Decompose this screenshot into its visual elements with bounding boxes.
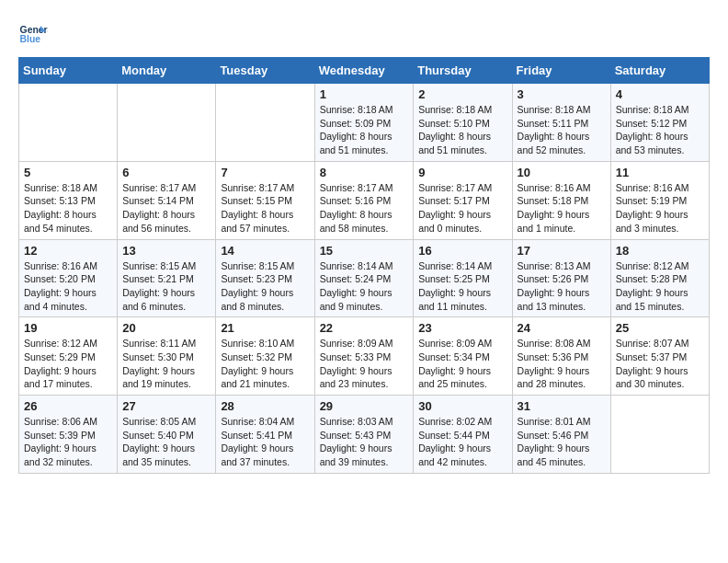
day-info: Sunrise: 8:03 AM Sunset: 5:43 PM Dayligh… [320, 415, 409, 469]
calendar-week-row: 26Sunrise: 8:06 AM Sunset: 5:39 PM Dayli… [19, 396, 710, 474]
day-number: 10 [518, 166, 606, 179]
calendar-cell: 9Sunrise: 8:17 AM Sunset: 5:17 PM Daylig… [414, 161, 512, 239]
day-info: Sunrise: 8:12 AM Sunset: 5:29 PM Dayligh… [24, 337, 112, 391]
calendar-cell: 17Sunrise: 8:13 AM Sunset: 5:26 PM Dayli… [512, 239, 610, 317]
day-number: 13 [122, 244, 210, 258]
day-number: 29 [320, 399, 409, 413]
calendar-cell: 10Sunrise: 8:16 AM Sunset: 5:18 PM Dayli… [512, 161, 610, 239]
weekday-header: Saturday [610, 58, 709, 84]
day-number: 23 [418, 321, 506, 335]
weekday-header: Thursday [414, 58, 512, 84]
calendar-week-row: 5Sunrise: 8:18 AM Sunset: 5:13 PM Daylig… [19, 161, 710, 239]
day-info: Sunrise: 8:05 AM Sunset: 5:40 PM Dayligh… [122, 415, 210, 469]
weekday-header: Monday [118, 58, 216, 84]
day-number: 8 [320, 166, 409, 179]
day-info: Sunrise: 8:12 AM Sunset: 5:28 PM Dayligh… [616, 259, 704, 314]
calendar-cell: 22Sunrise: 8:09 AM Sunset: 5:33 PM Dayli… [314, 317, 414, 396]
calendar-cell: 14Sunrise: 8:15 AM Sunset: 5:23 PM Dayli… [216, 239, 314, 317]
calendar-cell: 26Sunrise: 8:06 AM Sunset: 5:39 PM Dayli… [19, 396, 118, 474]
day-info: Sunrise: 8:17 AM Sunset: 5:17 PM Dayligh… [418, 181, 506, 236]
calendar-cell: 8Sunrise: 8:17 AM Sunset: 5:16 PM Daylig… [314, 161, 414, 239]
day-number: 15 [320, 244, 409, 258]
calendar-table: SundayMondayTuesdayWednesdayThursdayFrid… [18, 57, 710, 474]
day-number: 14 [221, 244, 309, 258]
day-number: 9 [418, 166, 506, 179]
day-info: Sunrise: 8:07 AM Sunset: 5:37 PM Dayligh… [616, 337, 704, 391]
calendar-cell: 6Sunrise: 8:17 AM Sunset: 5:14 PM Daylig… [118, 161, 216, 239]
calendar-cell: 5Sunrise: 8:18 AM Sunset: 5:13 PM Daylig… [19, 161, 118, 239]
day-info: Sunrise: 8:02 AM Sunset: 5:44 PM Dayligh… [418, 415, 506, 469]
weekday-header-row: SundayMondayTuesdayWednesdayThursdayFrid… [19, 58, 710, 84]
day-number: 19 [24, 321, 112, 335]
day-info: Sunrise: 8:09 AM Sunset: 5:33 PM Dayligh… [320, 337, 409, 391]
calendar-cell: 21Sunrise: 8:10 AM Sunset: 5:32 PM Dayli… [216, 317, 314, 396]
day-info: Sunrise: 8:14 AM Sunset: 5:25 PM Dayligh… [418, 259, 506, 314]
weekday-header: Wednesday [314, 58, 414, 84]
calendar-cell: 12Sunrise: 8:16 AM Sunset: 5:20 PM Dayli… [19, 239, 118, 317]
day-info: Sunrise: 8:10 AM Sunset: 5:32 PM Dayligh… [221, 337, 309, 391]
day-info: Sunrise: 8:17 AM Sunset: 5:16 PM Dayligh… [320, 181, 409, 236]
calendar-week-row: 19Sunrise: 8:12 AM Sunset: 5:29 PM Dayli… [19, 317, 710, 396]
day-number: 31 [518, 399, 606, 413]
calendar-cell [610, 396, 709, 474]
day-number: 12 [24, 244, 112, 258]
calendar-cell: 25Sunrise: 8:07 AM Sunset: 5:37 PM Dayli… [610, 317, 709, 396]
calendar-cell: 24Sunrise: 8:08 AM Sunset: 5:36 PM Dayli… [512, 317, 610, 396]
day-info: Sunrise: 8:18 AM Sunset: 5:12 PM Dayligh… [616, 103, 704, 157]
page-header: General Blue [18, 18, 710, 48]
day-info: Sunrise: 8:14 AM Sunset: 5:24 PM Dayligh… [320, 259, 409, 314]
day-number: 16 [418, 244, 506, 258]
day-number: 18 [616, 244, 704, 258]
day-info: Sunrise: 8:18 AM Sunset: 5:09 PM Dayligh… [320, 103, 409, 157]
weekday-header: Tuesday [216, 58, 314, 84]
day-info: Sunrise: 8:17 AM Sunset: 5:14 PM Dayligh… [122, 181, 210, 236]
day-info: Sunrise: 8:06 AM Sunset: 5:39 PM Dayligh… [24, 415, 112, 469]
calendar-cell: 16Sunrise: 8:14 AM Sunset: 5:25 PM Dayli… [414, 239, 512, 317]
calendar-cell: 18Sunrise: 8:12 AM Sunset: 5:28 PM Dayli… [610, 239, 709, 317]
day-number: 26 [24, 399, 112, 413]
calendar-cell: 1Sunrise: 8:18 AM Sunset: 5:09 PM Daylig… [314, 84, 414, 162]
day-info: Sunrise: 8:15 AM Sunset: 5:21 PM Dayligh… [122, 259, 210, 314]
day-number: 24 [518, 321, 606, 335]
calendar-cell: 20Sunrise: 8:11 AM Sunset: 5:30 PM Dayli… [118, 317, 216, 396]
day-number: 11 [616, 166, 704, 179]
day-info: Sunrise: 8:16 AM Sunset: 5:18 PM Dayligh… [518, 181, 606, 236]
day-number: 5 [24, 166, 112, 179]
calendar-cell: 2Sunrise: 8:18 AM Sunset: 5:10 PM Daylig… [414, 84, 512, 162]
calendar-cell [19, 84, 118, 162]
calendar-cell: 23Sunrise: 8:09 AM Sunset: 5:34 PM Dayli… [414, 317, 512, 396]
day-info: Sunrise: 8:18 AM Sunset: 5:13 PM Dayligh… [24, 181, 112, 236]
day-number: 4 [616, 87, 704, 101]
calendar-cell: 27Sunrise: 8:05 AM Sunset: 5:40 PM Dayli… [118, 396, 216, 474]
calendar-week-row: 12Sunrise: 8:16 AM Sunset: 5:20 PM Dayli… [19, 239, 710, 317]
day-info: Sunrise: 8:01 AM Sunset: 5:46 PM Dayligh… [518, 415, 606, 469]
day-info: Sunrise: 8:15 AM Sunset: 5:23 PM Dayligh… [221, 259, 309, 314]
day-number: 7 [221, 166, 309, 179]
day-info: Sunrise: 8:16 AM Sunset: 5:20 PM Dayligh… [24, 259, 112, 314]
day-info: Sunrise: 8:09 AM Sunset: 5:34 PM Dayligh… [418, 337, 506, 391]
logo: General Blue [18, 18, 51, 48]
day-info: Sunrise: 8:11 AM Sunset: 5:30 PM Dayligh… [122, 337, 210, 391]
day-number: 21 [221, 321, 309, 335]
day-number: 17 [518, 244, 606, 258]
calendar-cell: 4Sunrise: 8:18 AM Sunset: 5:12 PM Daylig… [610, 84, 709, 162]
calendar-cell: 15Sunrise: 8:14 AM Sunset: 5:24 PM Dayli… [314, 239, 414, 317]
day-number: 1 [320, 87, 409, 101]
day-info: Sunrise: 8:16 AM Sunset: 5:19 PM Dayligh… [616, 181, 704, 236]
calendar-cell [216, 84, 314, 162]
calendar-cell: 28Sunrise: 8:04 AM Sunset: 5:41 PM Dayli… [216, 396, 314, 474]
day-number: 6 [122, 166, 210, 179]
calendar-cell: 13Sunrise: 8:15 AM Sunset: 5:21 PM Dayli… [118, 239, 216, 317]
day-info: Sunrise: 8:18 AM Sunset: 5:10 PM Dayligh… [418, 103, 506, 157]
day-number: 22 [320, 321, 409, 335]
day-info: Sunrise: 8:04 AM Sunset: 5:41 PM Dayligh… [221, 415, 309, 469]
day-number: 28 [221, 399, 309, 413]
calendar-cell: 3Sunrise: 8:18 AM Sunset: 5:11 PM Daylig… [512, 84, 610, 162]
day-info: Sunrise: 8:17 AM Sunset: 5:15 PM Dayligh… [221, 181, 309, 236]
day-info: Sunrise: 8:18 AM Sunset: 5:11 PM Dayligh… [518, 103, 606, 157]
calendar-cell [118, 84, 216, 162]
calendar-week-row: 1Sunrise: 8:18 AM Sunset: 5:09 PM Daylig… [19, 84, 710, 162]
calendar-cell: 11Sunrise: 8:16 AM Sunset: 5:19 PM Dayli… [610, 161, 709, 239]
day-number: 20 [122, 321, 210, 335]
day-number: 3 [518, 87, 606, 101]
